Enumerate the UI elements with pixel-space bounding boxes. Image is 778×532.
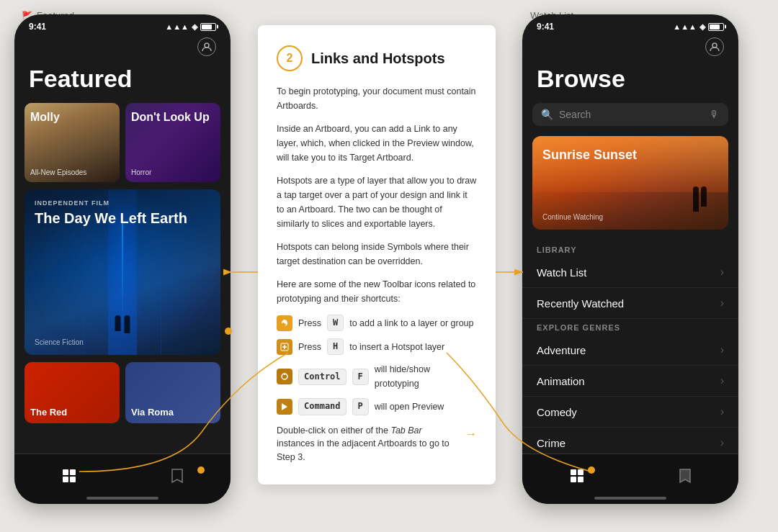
doc-body: To begin prototyping, your document must… (277, 84, 477, 464)
svg-rect-12 (571, 469, 576, 475)
time-left: 9:41 (29, 22, 46, 32)
right-phone: 9:41 ▲▲▲ ◈ Browse 🔍 Search 🎙 Sunrise Sun… (522, 14, 738, 504)
shortcut-icon-3 (277, 369, 292, 384)
doc-title: Links and Hotspots (311, 50, 445, 67)
battery-icon (200, 23, 216, 31)
genre-comedy-item[interactable]: Comedy › (522, 397, 738, 428)
step-circle: 2 (277, 45, 303, 71)
svg-point-0 (205, 43, 209, 48)
genres-header: EXPLORE GENRES (522, 319, 738, 335)
user-icon-container-left (14, 36, 231, 62)
molly-card-title: Molly (30, 110, 60, 124)
genre-adventure-item[interactable]: Adventure › (522, 335, 738, 366)
genre-comedy-chevron: › (720, 405, 724, 418)
molly-card[interactable]: Molly All-New Episodes (24, 103, 120, 182)
search-placeholder: Search (559, 109, 704, 120)
genre-animation-chevron: › (720, 374, 724, 387)
shortcut1-text: to add a link to a layer or group (349, 316, 473, 330)
browse-title: Browse (522, 62, 738, 103)
bottom-cards-row: The Red Via Roma (14, 355, 231, 423)
genre-crime-chevron: › (720, 436, 724, 449)
user-icon-right[interactable] (705, 37, 724, 56)
wifi-icon: ◈ (192, 22, 197, 32)
bottom-card-red[interactable]: The Red (24, 362, 120, 423)
svg-point-11 (712, 43, 717, 48)
bottom-card-red-title: The Red (30, 407, 67, 418)
molly-card-label: All-New Episodes (30, 168, 86, 176)
doc-para3: Hotspots are a type of layer that allow … (277, 173, 477, 231)
featured-cards-row: Molly All-New Episodes Don't Look Up Hor… (14, 103, 231, 182)
wifi-icon-right: ◈ (699, 22, 705, 32)
shortcut3-key1: Control (298, 369, 346, 385)
shortcut3-key2: F (352, 369, 369, 385)
nav-bookmark-left[interactable] (170, 468, 184, 484)
bottom-nav-right (522, 454, 738, 504)
doc-header: 2 Links and Hotspots (277, 45, 477, 71)
banner-silhouettes (693, 186, 707, 212)
connector-dot-left-card (225, 328, 232, 335)
shortcut2-prefix: Press (298, 340, 321, 354)
bottom-nav-left (14, 454, 231, 504)
genre-crime-label: Crime (537, 437, 565, 449)
nav-browse-right[interactable] (569, 468, 585, 484)
large-card-title: The Day We Left Earth (35, 209, 187, 227)
large-card-category: INDEPENDENT FILM (35, 199, 109, 207)
genre-adventure-label: Adventure (537, 344, 586, 356)
footer-arrow-icon: → (465, 425, 477, 443)
svg-marker-10 (282, 403, 287, 410)
signal-icon-right: ▲▲▲ (673, 22, 697, 31)
shortcut-icon-4 (277, 399, 292, 415)
connector-dot-right-bottom (588, 466, 595, 474)
nav-browse-left[interactable] (61, 468, 77, 484)
time-right: 9:41 (537, 22, 554, 32)
doc-para1: To begin prototyping, your document must… (277, 84, 477, 113)
genre-animation-item[interactable]: Animation › (522, 366, 738, 397)
recently-watched-item[interactable]: Recently Watched › (522, 288, 738, 319)
dontlookup-card[interactable]: Don't Look Up Horror (125, 103, 220, 182)
doc-para4: Hotspots can belong inside Symbols where… (277, 240, 477, 269)
banner-cta: Continue Watching (542, 213, 603, 221)
home-indicator-left (86, 497, 158, 500)
svg-rect-15 (578, 477, 584, 482)
featured-title: Featured (14, 62, 231, 103)
shortcut1-key: W (327, 315, 344, 331)
recently-watched-chevron: › (720, 297, 724, 310)
doc-footer-text: Double-click on either of the Tab Bar in… (277, 424, 460, 464)
large-card[interactable]: INDEPENDENT FILM The Day We Left Earth S… (24, 189, 220, 355)
doc-footer: Double-click on either of the Tab Bar in… (277, 424, 477, 464)
shortcut-icon-2 (277, 339, 292, 355)
svg-rect-1 (63, 469, 68, 475)
shortcut-row-1: Press W to add a link to a layer or grou… (277, 315, 477, 331)
search-bar[interactable]: 🔍 Search 🎙 (532, 103, 728, 126)
doc-para5: Here are some of the new Toolbar icons r… (277, 277, 477, 306)
large-card-genre: Science Fiction (35, 338, 84, 346)
shortcut-row-3: Control F will hide/show prototyping (277, 362, 477, 391)
bottom-card-blue-title: Via Roma (131, 407, 174, 418)
dontlookup-card-genre: Horror (131, 168, 151, 176)
status-bar-right: 9:41 ▲▲▲ ◈ (522, 14, 738, 36)
shortcut2-key: H (327, 338, 344, 355)
signal-icon: ▲▲▲ (165, 22, 189, 31)
shortcut4-text: will open Preview (375, 400, 444, 414)
banner-title: Sunrise Sunset (542, 148, 637, 163)
user-icon-container-right (522, 36, 738, 62)
doc-para2: Inside an Artboard, you can add a Link t… (277, 122, 477, 165)
svg-rect-4 (70, 477, 76, 482)
genre-comedy-label: Comedy (537, 406, 577, 418)
shortcut-icon-1 (277, 315, 292, 331)
svg-rect-3 (63, 477, 68, 482)
library-header: LIBRARY (522, 241, 738, 257)
mic-icon[interactable]: 🎙 (710, 109, 720, 120)
dontlookup-card-title: Don't Look Up (131, 110, 210, 124)
featured-banner[interactable]: Sunrise Sunset Continue Watching (532, 136, 728, 230)
status-bar-left: 9:41 ▲▲▲ ◈ (14, 14, 231, 36)
svg-rect-14 (571, 477, 576, 482)
watch-list-item[interactable]: Watch List › (522, 257, 738, 288)
nav-bookmark-right[interactable] (678, 468, 692, 484)
user-icon-left[interactable] (197, 37, 216, 56)
bottom-card-blue[interactable]: Via Roma (125, 362, 220, 423)
connector-dot-left-bottom (197, 466, 205, 474)
search-icon: 🔍 (541, 109, 553, 120)
shortcut-row-4: Command P will open Preview (277, 398, 477, 415)
shortcut4-key1: Command (298, 398, 346, 415)
